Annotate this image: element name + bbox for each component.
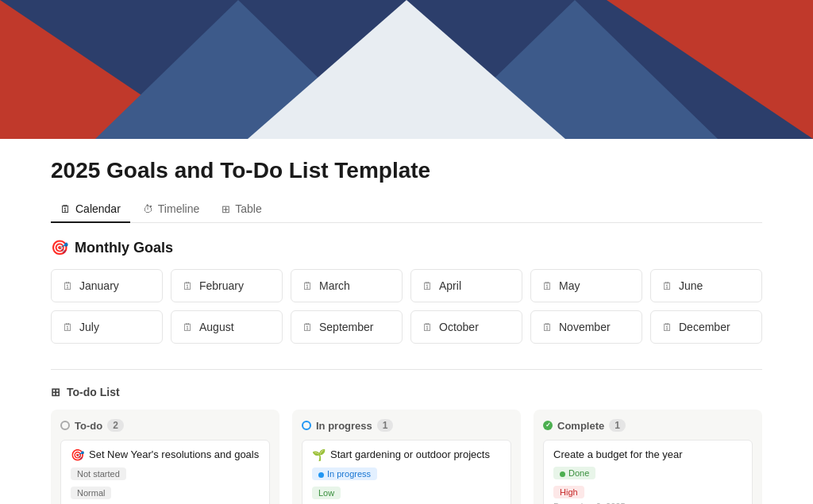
- month-card-june[interactable]: 🗓 June: [650, 269, 762, 302]
- month-icon: 🗓: [422, 280, 433, 292]
- priority-badge: High: [553, 486, 584, 498]
- month-icon: 🗓: [183, 321, 193, 333]
- month-icon: 🗓: [422, 321, 433, 333]
- priority-badge: Normal: [71, 487, 111, 499]
- monthly-goals-grid: 🗓 January 🗓 February 🗓 March 🗓 April 🗓 M…: [51, 269, 762, 344]
- hero-banner: [0, 0, 813, 139]
- tab-table[interactable]: ⊞ Table: [212, 196, 271, 223]
- kanban-count: 1: [609, 419, 626, 432]
- card-emoji: 🎯: [71, 448, 84, 461]
- month-icon: 🗓: [183, 280, 193, 292]
- kanban-card[interactable]: 🌱 Start gardening or outdoor projects In…: [302, 440, 511, 504]
- month-card-may[interactable]: 🗓 May: [530, 269, 642, 302]
- todo-icon: ⊞: [51, 386, 60, 398]
- month-label: October: [439, 321, 479, 333]
- card-title: 🎯 Set New Year's resolutions and goals: [71, 448, 260, 461]
- card-emoji: 🌱: [312, 448, 326, 461]
- month-card-november[interactable]: 🗓 November: [530, 310, 642, 344]
- kanban-card[interactable]: Create a budget for the year Done High D…: [543, 440, 753, 504]
- month-card-december[interactable]: 🗓 December: [650, 310, 762, 344]
- month-icon: 🗓: [662, 280, 672, 292]
- kanban-card[interactable]: 🎯 Set New Year's resolutions and goals N…: [60, 440, 270, 504]
- month-icon: 🗓: [542, 280, 553, 292]
- priority-row: High: [553, 486, 742, 498]
- tab-timeline[interactable]: ⏱ Timeline: [133, 196, 209, 223]
- section-divider: [51, 369, 762, 370]
- month-label: November: [559, 321, 611, 333]
- month-card-july[interactable]: 🗓 July: [51, 310, 163, 344]
- kanban-count: 2: [107, 419, 124, 432]
- tab-calendar[interactable]: 🗓 Calendar: [51, 196, 130, 223]
- hero-triangle-center: [248, 0, 565, 139]
- kanban-board: To-do 2 🎯 Set New Year's resolutions and…: [51, 410, 762, 504]
- month-card-september[interactable]: 🗓 September: [291, 310, 403, 344]
- month-icon: 🗓: [302, 280, 313, 292]
- monthly-goals-emoji: 🎯: [51, 239, 68, 256]
- tabs-bar: 🗓 Calendar ⏱ Timeline ⊞ Table: [51, 196, 762, 223]
- card-badges: In progress: [312, 467, 501, 483]
- timeline-tab-icon: ⏱: [143, 203, 153, 215]
- month-label: September: [319, 321, 373, 333]
- month-icon: 🗓: [63, 321, 73, 333]
- month-card-october[interactable]: 🗓 October: [410, 310, 522, 344]
- status-badge: Done: [553, 467, 595, 479]
- calendar-tab-icon: 🗓: [60, 203, 71, 215]
- month-icon: 🗓: [63, 280, 73, 292]
- month-card-april[interactable]: 🗓 April: [410, 269, 522, 302]
- month-label: December: [679, 321, 730, 333]
- kanban-column-header-todo: To-do 2: [60, 419, 270, 432]
- month-label: January: [79, 279, 119, 292]
- card-title: Create a budget for the year: [553, 448, 742, 460]
- month-card-august[interactable]: 🗓 August: [171, 310, 283, 344]
- month-label: April: [439, 279, 461, 292]
- status-badge: Not started: [71, 467, 126, 480]
- month-label: May: [559, 279, 580, 292]
- month-label: July: [79, 321, 99, 333]
- status-icon-progress: [302, 421, 311, 430]
- kanban-column-label: Complete: [557, 420, 604, 432]
- kanban-column-in_progress: In progress 1 🌱 Start gardening or outdo…: [292, 410, 521, 504]
- kanban-column-header-in_progress: In progress 1: [302, 419, 511, 432]
- month-card-february[interactable]: 🗓 February: [171, 269, 283, 302]
- status-icon-outline: [60, 421, 70, 430]
- status-icon-complete: ✓: [543, 421, 553, 430]
- month-card-march[interactable]: 🗓 March: [291, 269, 403, 302]
- card-badges: Done: [553, 467, 742, 483]
- kanban-column-header-complete: ✓ Complete 1: [543, 419, 753, 432]
- card-title: 🌱 Start gardening or outdoor projects: [312, 448, 501, 461]
- priority-row: Normal: [71, 487, 260, 499]
- month-label: June: [679, 279, 703, 292]
- month-icon: 🗓: [542, 321, 553, 333]
- kanban-column-todo: To-do 2 🎯 Set New Year's resolutions and…: [51, 410, 279, 504]
- card-badges: Not started: [71, 467, 260, 483]
- month-icon: 🗓: [662, 321, 672, 333]
- kanban-count: 1: [377, 419, 394, 432]
- month-card-january[interactable]: 🗓 January: [51, 269, 163, 302]
- monthly-goals-heading: 🎯 Monthly Goals: [51, 239, 762, 256]
- month-label: August: [199, 321, 234, 333]
- table-tab-icon: ⊞: [222, 203, 230, 215]
- month-label: March: [319, 279, 350, 292]
- priority-row: Low: [312, 487, 501, 499]
- kanban-column-label: To-do: [75, 420, 102, 432]
- page-title: 2025 Goals and To-Do List Template: [51, 158, 762, 183]
- month-label: February: [199, 279, 244, 292]
- kanban-column-complete: ✓ Complete 1 Create a budget for the yea…: [534, 410, 762, 504]
- todo-section-heading: ⊞ To-do List: [51, 386, 762, 398]
- kanban-column-label: In progress: [316, 420, 372, 432]
- priority-badge: Low: [312, 487, 341, 499]
- month-icon: 🗓: [302, 321, 313, 333]
- status-badge: In progress: [312, 467, 377, 480]
